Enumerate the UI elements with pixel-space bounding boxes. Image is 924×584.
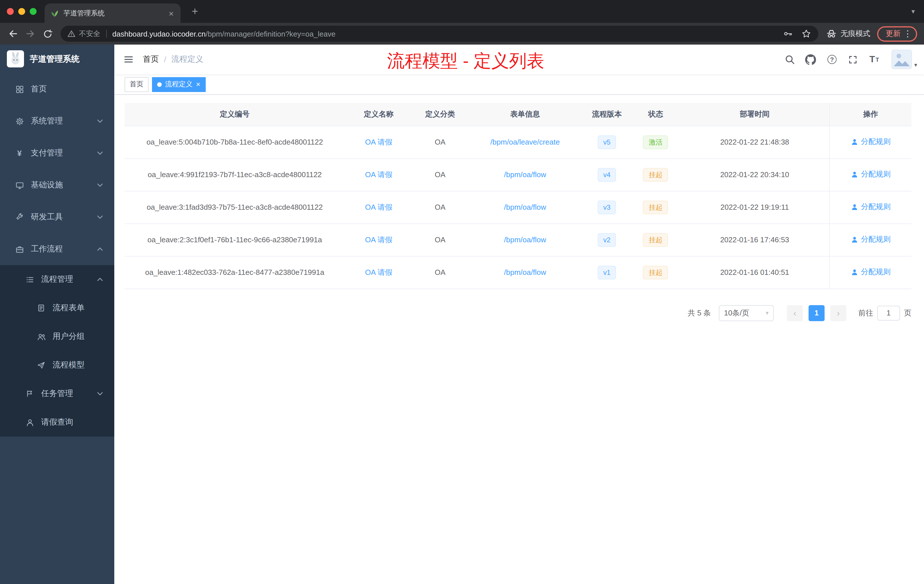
update-button[interactable]: 更新 ⋮ bbox=[877, 26, 917, 41]
sidebar-item-devtools[interactable]: 研发工具 bbox=[0, 201, 114, 233]
sidebar-item-process-model[interactable]: 流程模型 bbox=[0, 351, 114, 379]
sidebar-item-label: 工作流程 bbox=[31, 244, 63, 254]
browser-menu-dots-icon[interactable]: ⋮ bbox=[903, 28, 912, 39]
chevron-down-icon: ▾ bbox=[766, 310, 769, 316]
definition-category: OA bbox=[435, 170, 446, 179]
definition-id-cell: oa_leave:1:482ec033-762a-11ec-8477-a2380… bbox=[125, 256, 345, 289]
help-icon[interactable]: ? bbox=[825, 52, 840, 67]
table-body: oa_leave:5:004b710b-7b8a-11ec-8ef0-acde4… bbox=[125, 126, 911, 289]
window-zoom-button[interactable] bbox=[30, 8, 36, 15]
browser-tab[interactable]: 芋道管理系统 × bbox=[45, 3, 181, 23]
page-size-select[interactable]: 10条/页 ▾ bbox=[719, 305, 774, 321]
back-button[interactable] bbox=[5, 25, 22, 42]
search-icon[interactable] bbox=[782, 52, 797, 67]
assign-rule-link[interactable]: 分配规则 bbox=[851, 170, 891, 180]
table-row: oa_leave:1:482ec033-762a-11ec-8477-a2380… bbox=[125, 256, 911, 289]
tag-home[interactable]: 首页 bbox=[125, 77, 148, 92]
user-avatar[interactable]: ▾ bbox=[891, 50, 917, 69]
breadcrumb-home[interactable]: 首页 bbox=[143, 54, 159, 64]
operation-cell: 分配规则 bbox=[830, 256, 911, 289]
sidebar-item-system[interactable]: 系统管理 bbox=[0, 105, 114, 137]
sidebar-item-task-management[interactable]: 任务管理 bbox=[0, 379, 114, 408]
sidebar-item-infrastructure[interactable]: 基础设施 bbox=[0, 169, 114, 201]
assign-rule-link[interactable]: 分配规则 bbox=[851, 202, 891, 212]
url-divider bbox=[106, 30, 107, 38]
reload-button[interactable] bbox=[39, 25, 56, 42]
goto-label: 前往 bbox=[858, 308, 873, 318]
sidebar-item-user-group[interactable]: 用户分组 bbox=[0, 322, 114, 351]
new-tab-button[interactable]: + bbox=[187, 4, 202, 19]
deploy-time: 2022-01-22 20:34:10 bbox=[720, 170, 789, 179]
definition-name-link[interactable]: OA 请假 bbox=[365, 170, 392, 178]
tag-current[interactable]: 流程定义 × bbox=[152, 77, 205, 92]
sidebar-item-workflow[interactable]: 工作流程 bbox=[0, 233, 114, 265]
pagination: 共 5 条 10条/页 ▾ ‹ 1 › 前往 页 bbox=[125, 305, 911, 321]
definition-category: OA bbox=[435, 268, 446, 277]
form-info-link[interactable]: /bpm/oa/flow bbox=[504, 236, 546, 244]
form-info-cell: /bpm/oa/flow bbox=[468, 223, 582, 256]
definition-id-cell: oa_leave:2:3c1f0ef1-76b1-11ec-9c66-a2380… bbox=[125, 223, 345, 256]
window-minimize-button[interactable] bbox=[18, 8, 25, 15]
paper-plane-icon bbox=[36, 361, 46, 370]
page-1-button[interactable]: 1 bbox=[808, 305, 825, 321]
gear-icon bbox=[15, 117, 24, 126]
font-size-icon[interactable]: TT bbox=[867, 52, 882, 67]
goto-page-input[interactable] bbox=[877, 305, 900, 320]
assign-rule-link[interactable]: 分配规则 bbox=[851, 137, 891, 147]
url-bar[interactable]: 不安全 dashboard.yudao.iocoder.cn/bpm/manag… bbox=[61, 26, 818, 42]
page-title-annotation: 流程模型 - 定义列表 bbox=[387, 49, 544, 73]
assign-rule-link[interactable]: 分配规则 bbox=[851, 234, 891, 245]
column-header: 表单信息 bbox=[468, 103, 582, 126]
assign-rule-label: 分配规则 bbox=[861, 137, 891, 147]
hamburger-icon[interactable] bbox=[114, 54, 143, 64]
sidebar-item-home[interactable]: 首页 bbox=[0, 73, 114, 105]
form-info-link[interactable]: /bpm/oa/leave/create bbox=[490, 138, 560, 146]
navbar: 首页 / 流程定义 流程模型 - 定义列表 ? TT bbox=[114, 45, 924, 74]
forward-button[interactable] bbox=[22, 25, 39, 42]
definition-name-cell: OA 请假 bbox=[345, 191, 412, 223]
form-info-link[interactable]: /bpm/oa/flow bbox=[504, 268, 546, 277]
user-icon bbox=[851, 269, 858, 276]
definition-name-link[interactable]: OA 请假 bbox=[365, 235, 392, 244]
form-info-link[interactable]: /bpm/oa/flow bbox=[504, 170, 546, 179]
breadcrumb: 首页 / 流程定义 bbox=[143, 54, 203, 64]
assign-rule-link[interactable]: 分配规则 bbox=[851, 267, 891, 277]
status-badge: 挂起 bbox=[643, 233, 668, 247]
sidebar-item-leave-query[interactable]: 请假查询 bbox=[0, 408, 114, 437]
tab-close-icon[interactable]: × bbox=[167, 9, 175, 17]
definition-category-cell: OA bbox=[412, 191, 468, 223]
key-icon[interactable] bbox=[780, 26, 795, 41]
fullscreen-icon[interactable] bbox=[846, 52, 861, 67]
next-page-button[interactable]: › bbox=[830, 305, 846, 321]
sidebar-item-label: 基础设施 bbox=[31, 180, 63, 190]
prev-page-button[interactable]: ‹ bbox=[787, 305, 803, 321]
tag-close-icon[interactable]: × bbox=[196, 81, 200, 88]
bookmark-star-icon[interactable] bbox=[799, 26, 814, 41]
definition-name-link[interactable]: OA 请假 bbox=[365, 268, 392, 276]
definition-category-cell: OA bbox=[412, 158, 468, 191]
sidebar-item-label: 首页 bbox=[31, 84, 47, 94]
table-header-row: 定义编号 定义名称 定义分类 表单信息 流程版本 状态 部署时间 操作 bbox=[125, 103, 911, 126]
operation-cell: 分配规则 bbox=[830, 191, 911, 223]
tab-search-chevron-icon[interactable]: ▾ bbox=[911, 7, 915, 15]
column-header: 流程版本 bbox=[582, 103, 632, 126]
definition-category-cell: OA bbox=[412, 256, 468, 289]
user-group-icon bbox=[36, 332, 46, 341]
definition-name-link[interactable]: OA 请假 bbox=[365, 137, 392, 146]
form-info-link[interactable]: /bpm/oa/flow bbox=[504, 203, 546, 211]
window-close-button[interactable] bbox=[7, 8, 14, 15]
monitor-icon bbox=[15, 181, 24, 190]
user-icon bbox=[851, 138, 858, 146]
sidebar-item-process-management[interactable]: 流程管理 bbox=[0, 265, 114, 294]
github-icon[interactable] bbox=[804, 52, 818, 67]
operation-cell: 分配规则 bbox=[830, 126, 911, 158]
sidebar-item-payment[interactable]: ¥ 支付管理 bbox=[0, 137, 114, 169]
dashboard-icon bbox=[15, 84, 24, 94]
security-chip[interactable]: 不安全 bbox=[68, 29, 100, 39]
tag-label: 流程定义 bbox=[165, 79, 193, 89]
favicon-leaf-icon bbox=[50, 9, 59, 17]
status-badge: 挂起 bbox=[643, 168, 668, 181]
definition-name-link[interactable]: OA 请假 bbox=[365, 203, 392, 211]
deploy-time-cell: 2022-01-22 20:34:10 bbox=[680, 158, 830, 191]
sidebar-item-process-form[interactable]: 流程表单 bbox=[0, 294, 114, 322]
